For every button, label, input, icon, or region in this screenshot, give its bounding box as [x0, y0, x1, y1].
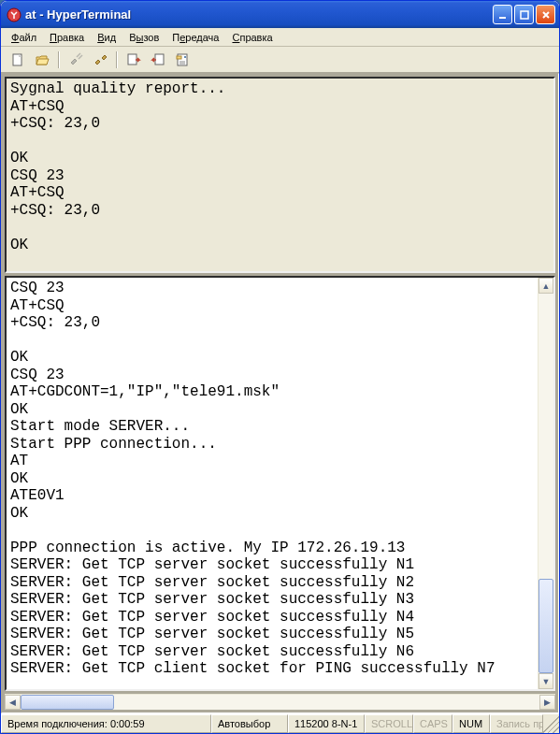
scroll-right-button[interactable]: ▶ — [539, 695, 555, 710]
receive-icon[interactable] — [147, 50, 168, 70]
minimize-button[interactable] — [493, 5, 512, 24]
title-bar[interactable]: at - HyperTerminal — [1, 1, 559, 28]
upper-terminal-output[interactable]: Sygnal quality report... AT+CSQ +CSQ: 23… — [7, 79, 553, 255]
open-icon[interactable] — [31, 50, 52, 70]
status-bar: Время подключения: 0:00:59 Автовыбор 115… — [1, 713, 559, 733]
horizontal-scrollbar[interactable]: ◀ ▶ — [5, 694, 555, 710]
svg-rect-4 — [128, 54, 136, 65]
upper-pane: Sygnal quality report... AT+CSQ +CSQ: 23… — [5, 77, 555, 273]
app-icon — [7, 7, 22, 22]
hscroll-track[interactable] — [21, 695, 539, 710]
scroll-thumb[interactable] — [538, 579, 553, 674]
connect-icon — [65, 50, 86, 70]
client-area: Sygnal quality report... AT+CSQ +CSQ: 23… — [1, 73, 559, 713]
status-caps: CAPS — [413, 714, 452, 733]
status-connection-time: Время подключения: 0:00:59 — [1, 714, 211, 733]
resize-grip[interactable] — [543, 714, 559, 733]
properties-icon[interactable] — [171, 50, 193, 70]
menu-Вид[interactable]: Вид — [91, 30, 122, 45]
toolbar-separator — [116, 51, 117, 68]
vertical-scrollbar[interactable]: ▲ ▼ — [538, 278, 553, 689]
app-window: at - HyperTerminal ФайлПравкаВидВызовПер… — [0, 0, 560, 734]
menu-Файл[interactable]: Файл — [5, 30, 43, 45]
status-record: Запись пр — [490, 714, 543, 733]
maximize-button[interactable] — [514, 5, 534, 24]
status-num: NUM — [452, 714, 490, 733]
menu-Справка[interactable]: Справка — [225, 30, 279, 45]
new-icon[interactable] — [7, 50, 28, 70]
scroll-up-button[interactable]: ▲ — [538, 278, 553, 294]
scroll-track[interactable] — [538, 294, 553, 673]
scroll-down-button[interactable]: ▼ — [538, 673, 553, 689]
toolbar — [1, 47, 559, 73]
svg-point-8 — [184, 56, 186, 58]
svg-rect-5 — [155, 54, 164, 65]
status-params: 115200 8-N-1 — [288, 714, 365, 733]
close-button[interactable] — [536, 5, 555, 24]
status-scroll: SCROLL — [365, 714, 413, 733]
menu-bar: ФайлПравкаВидВызовПередачаСправка — [1, 28, 559, 47]
menu-Правка[interactable]: Правка — [43, 30, 91, 45]
scroll-left-button[interactable]: ◀ — [5, 695, 21, 710]
lower-pane: CSQ 23 AT+CSQ +CSQ: 23,0 OK CSQ 23 AT+CG… — [5, 276, 555, 691]
menu-Вызов[interactable]: Вызов — [122, 30, 165, 45]
status-mode: Автовыбор — [211, 714, 288, 733]
hscroll-thumb[interactable] — [21, 695, 114, 710]
disconnect-icon[interactable] — [89, 50, 110, 70]
window-title: at - HyperTerminal — [25, 7, 493, 22]
svg-rect-2 — [521, 11, 528, 19]
svg-rect-1 — [499, 17, 506, 19]
menu-Передача[interactable]: Передача — [165, 30, 225, 45]
send-icon[interactable] — [122, 50, 144, 70]
toolbar-separator — [58, 51, 59, 68]
svg-rect-7 — [177, 56, 181, 59]
lower-terminal-output[interactable]: CSQ 23 AT+CSQ +CSQ: 23,0 OK CSQ 23 AT+CG… — [7, 278, 553, 689]
